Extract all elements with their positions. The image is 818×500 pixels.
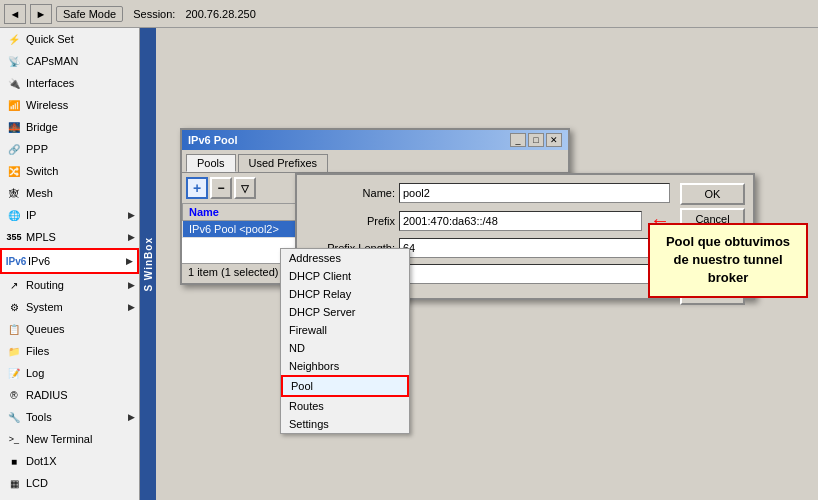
sidebar-item-new-terminal[interactable]: >_ New Terminal [0, 428, 139, 450]
sidebar-item-ipv6[interactable]: IPv6 IPv6 ▶ [0, 248, 139, 274]
callout-text: Pool que obtuvimos de nuestro tunnel bro… [666, 234, 790, 285]
sidebar-label-ip: IP [26, 209, 36, 221]
ipv6-submenu: Addresses DHCP Client DHCP Relay DHCP Se… [280, 248, 410, 434]
sidebar-item-switch[interactable]: 🔀 Switch [0, 160, 139, 182]
forward-button[interactable]: ► [30, 4, 52, 24]
files-icon: 📁 [6, 343, 22, 359]
sidebar-item-wireless[interactable]: 📶 Wireless [0, 94, 139, 116]
sidebar-item-mesh[interactable]: 🕸 Mesh [0, 182, 139, 204]
quick-set-icon: ⚡ [6, 31, 22, 47]
back-button[interactable]: ◄ [4, 4, 26, 24]
submenu-label-routes: Routes [289, 400, 324, 412]
radius-icon: ® [6, 387, 22, 403]
submenu-nd[interactable]: ND [281, 339, 409, 357]
tab-pools[interactable]: Pools [186, 154, 236, 172]
session-value: 200.76.28.250 [185, 8, 255, 20]
wireless-icon: 📶 [6, 97, 22, 113]
submenu-pool[interactable]: Pool [281, 375, 409, 397]
remove-toolbar-button[interactable]: − [210, 177, 232, 199]
top-bar: ◄ ► Safe Mode Session: 200.76.28.250 [0, 0, 818, 28]
minimize-button[interactable]: _ [510, 133, 526, 147]
sidebar: ⚡ Quick Set 📡 CAPsMAN 🔌 Interfaces 📶 Wir… [0, 28, 140, 500]
sidebar-label-queues: Queues [26, 323, 65, 335]
sidebar-item-ip[interactable]: 🌐 IP ▶ [0, 204, 139, 226]
sidebar-item-metarouter[interactable]: ⬡ MetaROUTER [0, 494, 139, 500]
sidebar-item-lcd[interactable]: ▦ LCD [0, 472, 139, 494]
submenu-routes[interactable]: Routes [281, 397, 409, 415]
prefix-input[interactable] [399, 211, 642, 231]
submenu-dhcp-client[interactable]: DHCP Client [281, 267, 409, 285]
submenu-firewall[interactable]: Firewall [281, 321, 409, 339]
sidebar-label-log: Log [26, 367, 44, 379]
close-button[interactable]: ✕ [546, 133, 562, 147]
sidebar-item-files[interactable]: 📁 Files [0, 340, 139, 362]
sidebar-item-mpls[interactable]: 355 MPLS ▶ [0, 226, 139, 248]
sidebar-item-bridge[interactable]: 🌉 Bridge [0, 116, 139, 138]
submenu-addresses[interactable]: Addresses [281, 249, 409, 267]
sidebar-label-radius: RADIUS [26, 389, 68, 401]
main-container: ⚡ Quick Set 📡 CAPsMAN 🔌 Interfaces 📶 Wir… [0, 28, 818, 500]
sidebar-item-capsman[interactable]: 📡 CAPsMAN [0, 50, 139, 72]
name-label: Name: [305, 187, 395, 199]
maximize-button[interactable]: □ [528, 133, 544, 147]
submenu-label-neighbors: Neighbors [289, 360, 339, 372]
submenu-dhcp-relay[interactable]: DHCP Relay [281, 285, 409, 303]
pool-status-text: 1 item (1 selected) [188, 266, 278, 278]
prefix-length-input[interactable] [399, 238, 670, 258]
sidebar-label-wireless: Wireless [26, 99, 68, 111]
sidebar-label-dot1x: Dot1X [26, 455, 57, 467]
sidebar-item-routing[interactable]: ↗ Routing ▶ [0, 274, 139, 296]
safe-mode-button[interactable]: Safe Mode [56, 6, 123, 22]
submenu-label-pool: Pool [291, 380, 313, 392]
submenu-label-dhcp-client: DHCP Client [289, 270, 351, 282]
sidebar-label-mesh: Mesh [26, 187, 53, 199]
sidebar-item-log[interactable]: 📝 Log [0, 362, 139, 384]
routing-arrow-icon: ▶ [128, 280, 135, 290]
queues-icon: 📋 [6, 321, 22, 337]
window-controls: _ □ ✕ [510, 133, 562, 147]
sidebar-item-interfaces[interactable]: 🔌 Interfaces [0, 72, 139, 94]
name-row: Name: [305, 183, 670, 203]
capsman-icon: 📡 [6, 53, 22, 69]
routing-icon: ↗ [6, 277, 22, 293]
expire-time-input[interactable] [399, 264, 670, 284]
submenu-settings[interactable]: Settings [281, 415, 409, 433]
sidebar-label-bridge: Bridge [26, 121, 58, 133]
system-arrow-icon: ▶ [128, 302, 135, 312]
prefix-row: Prefix ← [305, 209, 670, 232]
sidebar-label-interfaces: Interfaces [26, 77, 74, 89]
sidebar-item-radius[interactable]: ® RADIUS [0, 384, 139, 406]
pool-window-titlebar: IPv6 Pool _ □ ✕ [182, 130, 568, 150]
content-area: S WinBox Addresses DHCP Client DHCP Rela… [140, 28, 818, 500]
switch-icon: 🔀 [6, 163, 22, 179]
mpls-arrow-icon: ▶ [128, 232, 135, 242]
submenu-dhcp-server[interactable]: DHCP Server [281, 303, 409, 321]
sidebar-label-ppp: PPP [26, 143, 48, 155]
tab-used-prefixes[interactable]: Used Prefixes [238, 154, 328, 172]
sidebar-item-ppp[interactable]: 🔗 PPP [0, 138, 139, 160]
lcd-icon: ▦ [6, 475, 22, 491]
sidebar-item-tools[interactable]: 🔧 Tools ▶ [0, 406, 139, 428]
dot1x-icon: ■ [6, 453, 22, 469]
ipv6-icon: IPv6 [8, 253, 24, 269]
mpls-icon: 355 [6, 229, 22, 245]
submenu-neighbors[interactable]: Neighbors [281, 357, 409, 375]
add-button[interactable]: + [186, 177, 208, 199]
ok-button[interactable]: OK [680, 183, 745, 205]
submenu-label-nd: ND [289, 342, 305, 354]
system-icon: ⚙ [6, 299, 22, 315]
submenu-label-dhcp-relay: DHCP Relay [289, 288, 351, 300]
sidebar-label-new-terminal: New Terminal [26, 433, 92, 445]
interfaces-icon: 🔌 [6, 75, 22, 91]
sidebar-label-quick-set: Quick Set [26, 33, 74, 45]
sidebar-item-dot1x[interactable]: ■ Dot1X [0, 450, 139, 472]
name-input[interactable] [399, 183, 670, 203]
mesh-icon: 🕸 [6, 185, 22, 201]
sidebar-label-capsman: CAPsMAN [26, 55, 79, 67]
prefix-label: Prefix [305, 215, 395, 227]
sidebar-item-quick-set[interactable]: ⚡ Quick Set [0, 28, 139, 50]
sidebar-item-queues[interactable]: 📋 Queues [0, 318, 139, 340]
filter-button[interactable]: ▽ [234, 177, 256, 199]
sidebar-item-system[interactable]: ⚙ System ▶ [0, 296, 139, 318]
submenu-label-dhcp-server: DHCP Server [289, 306, 355, 318]
